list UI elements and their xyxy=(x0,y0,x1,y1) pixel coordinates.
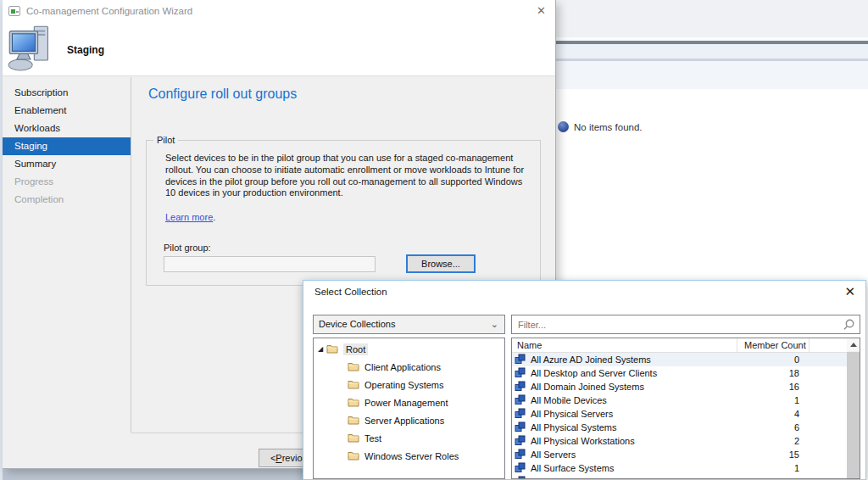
learn-more: Learn more. xyxy=(165,212,215,222)
scroll-up-icon[interactable] xyxy=(847,338,860,351)
member-count: 2 xyxy=(737,436,810,446)
collection-name: All Physical Servers xyxy=(531,409,613,419)
member-count: 4 xyxy=(737,409,810,419)
collection-tree: ◢RootClient ApplicationsOperating System… xyxy=(313,338,505,479)
folder-icon xyxy=(348,379,359,391)
collection-name: All Physical Systems xyxy=(531,422,616,433)
collection-icon xyxy=(515,367,526,380)
folder-icon xyxy=(348,450,359,462)
tree-item-label: Windows Server Roles xyxy=(364,451,459,461)
member-count: 18 xyxy=(737,368,810,378)
tree-item-test[interactable]: Test xyxy=(314,429,504,447)
wizard-title: Co-management Configuration Wizard xyxy=(26,6,192,16)
collection-row-all-physical-workstations[interactable]: All Physical Workstations2 xyxy=(512,434,847,448)
tree-expander-icon[interactable]: ◢ xyxy=(318,345,326,354)
sidebar-item-workloads: Workloads xyxy=(3,120,131,137)
no-items-text: No items found. xyxy=(574,122,643,132)
collection-row-all-desktop-and-server-clients[interactable]: All Desktop and Server Clients18 xyxy=(512,366,847,380)
pilot-groupbox-label: Pilot xyxy=(153,135,178,145)
tree-item-operating-systems[interactable]: Operating Systems xyxy=(314,376,504,393)
collection-icon xyxy=(515,462,526,475)
collection-list-inner: Name Member Count All Azure AD Joined Sy… xyxy=(512,338,847,478)
collection-row-all-domain-joined-systems[interactable]: All Domain Joined Systems16 xyxy=(512,380,847,393)
collection-icon xyxy=(515,435,526,448)
wizard-app-icon xyxy=(8,6,20,16)
member-count: 15 xyxy=(737,449,810,460)
collection-row-all-physical-servers[interactable]: All Physical Servers4 xyxy=(512,407,847,421)
collection-row-all-servers[interactable]: All Servers15 xyxy=(512,448,847,461)
page-title: Staging xyxy=(67,44,104,56)
pilot-group-input[interactable] xyxy=(164,256,376,272)
sidebar-item-completion: Completion xyxy=(3,191,131,209)
collection-icon xyxy=(515,381,526,393)
collection-name: All Servers xyxy=(531,449,576,460)
filter-box xyxy=(511,315,860,334)
list-header: Name Member Count xyxy=(512,338,847,353)
browse-button[interactable]: Browse... xyxy=(406,254,476,273)
tree-item-root[interactable]: ◢Root xyxy=(314,340,504,358)
collection-name: All Desktop and Server Clients xyxy=(531,368,657,378)
learn-more-link[interactable]: Learn more xyxy=(165,212,213,222)
collection-icon xyxy=(515,354,526,366)
collection-name: All Physical Workstations xyxy=(531,436,635,446)
wizard-sidebar: SubscriptionEnablementWorkloadsStagingSu… xyxy=(3,84,131,209)
column-header-member-count[interactable]: Member Count xyxy=(737,338,810,352)
no-items-message: No items found. xyxy=(558,121,643,132)
folder-icon xyxy=(348,397,359,409)
collection-row-all-azure-ad-joined-systems[interactable]: All Azure AD Joined Systems0 xyxy=(512,353,847,366)
collection-icon xyxy=(515,476,526,480)
console-statusbar xyxy=(0,469,307,480)
collection-icon xyxy=(515,449,526,461)
sidebar-divider xyxy=(131,77,131,433)
collection-row-partial[interactable] xyxy=(512,475,847,479)
wizard-header: Staging xyxy=(3,22,555,76)
collection-type-dropdown[interactable]: Device Collections ⌄ xyxy=(313,315,505,334)
list-rows: All Azure AD Joined Systems0All Desktop … xyxy=(512,353,847,479)
collection-icon xyxy=(515,421,526,434)
select-collection-dialog: Select Collection ✕ Device Collections ⌄… xyxy=(303,280,866,480)
dialog-title: Select Collection xyxy=(314,287,387,297)
pilot-group-label: Pilot group: xyxy=(164,243,211,253)
scrollbar-thumb[interactable] xyxy=(847,352,860,478)
chevron-down-icon: ⌄ xyxy=(491,315,498,333)
tree-item-server-applications[interactable]: Server Applications xyxy=(314,411,504,429)
tree-item-label: Server Applications xyxy=(364,416,444,426)
collection-row-all-physical-systems[interactable]: All Physical Systems6 xyxy=(512,421,847,434)
dialog-close-icon[interactable]: ✕ xyxy=(844,284,855,299)
member-count: 0 xyxy=(737,354,810,365)
collection-row-all-mobile-devices[interactable]: All Mobile Devices1 xyxy=(512,393,847,407)
collection-icon xyxy=(515,408,526,421)
sidebar-item-staging: Staging xyxy=(3,137,131,155)
tree-item-label: Client Applications xyxy=(364,362,441,372)
filter-input[interactable] xyxy=(512,315,860,333)
tree-item-label: Root xyxy=(343,343,368,355)
member-count: 6 xyxy=(737,422,810,433)
collection-name: All Mobile Devices xyxy=(531,395,607,405)
folder-icon xyxy=(348,433,359,444)
collection-list: Name Member Count All Azure AD Joined Sy… xyxy=(511,338,860,479)
tree-item-windows-server-roles[interactable]: Windows Server Roles xyxy=(314,447,504,465)
sidebar-item-enablement: Enablement xyxy=(3,102,131,120)
info-icon xyxy=(558,121,569,132)
collection-name: All Azure AD Joined Systems xyxy=(531,354,651,365)
tree-item-label: Power Management xyxy=(364,398,448,408)
tree-item-label: Test xyxy=(364,433,381,444)
folder-icon xyxy=(348,415,359,427)
tree-item-client-applications[interactable]: Client Applications xyxy=(314,358,504,376)
sidebar-item-subscription: Subscription xyxy=(3,84,131,102)
member-count: 1 xyxy=(737,463,810,473)
search-icon xyxy=(842,318,855,332)
tree-item-label: Operating Systems xyxy=(364,380,444,390)
wizard-close-icon[interactable]: ✕ xyxy=(537,4,546,17)
wizard-titlebar: Co-management Configuration Wizard ✕ xyxy=(3,0,555,22)
tree-item-power-management[interactable]: Power Management xyxy=(314,393,504,411)
pilot-description: Select devices to be in the pilot group … xyxy=(165,153,525,199)
pilot-groupbox: Pilot Select devices to be in the pilot … xyxy=(146,140,541,286)
collection-row-all-surface-systems[interactable]: All Surface Systems1 xyxy=(512,461,847,475)
screen: No items found. Co-management Configurat… xyxy=(0,0,868,480)
vertical-scrollbar[interactable] xyxy=(847,338,860,478)
content-heading: Configure roll out groups xyxy=(148,87,297,102)
column-header-name[interactable]: Name xyxy=(512,338,737,352)
sidebar-item-progress: Progress xyxy=(3,173,131,191)
sidebar-item-summary: Summary xyxy=(3,155,131,173)
